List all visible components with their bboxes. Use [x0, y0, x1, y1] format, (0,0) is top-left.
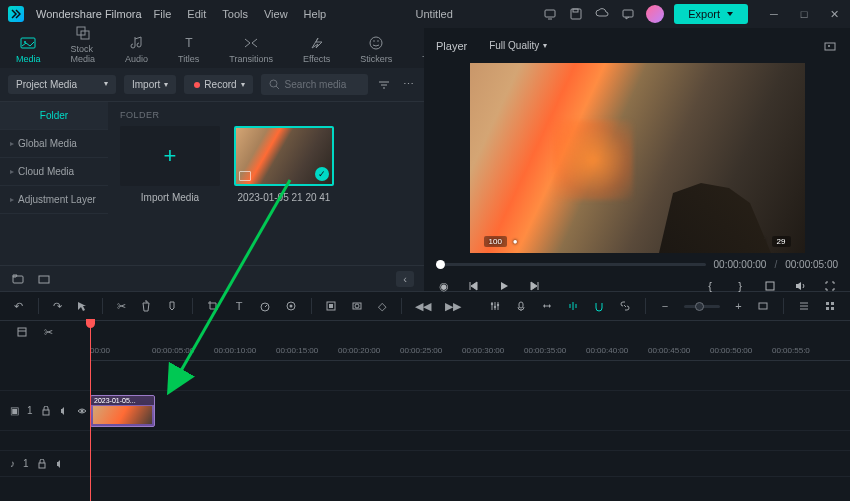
- tab-titles[interactable]: TTitles: [172, 30, 205, 68]
- preview-viewport[interactable]: 100● ▣29: [436, 63, 838, 253]
- svg-line-28: [265, 305, 267, 307]
- speed-icon[interactable]: [259, 298, 271, 314]
- message-icon[interactable]: [620, 6, 636, 22]
- menu-edit[interactable]: Edit: [187, 8, 206, 20]
- zoom-slider[interactable]: [684, 305, 720, 308]
- export-button[interactable]: Export: [674, 4, 748, 24]
- prev-kf-icon[interactable]: ◀◀: [415, 298, 431, 314]
- tab-effects[interactable]: Effects: [297, 30, 336, 68]
- svg-rect-0: [545, 10, 555, 17]
- menu-help[interactable]: Help: [304, 8, 327, 20]
- tab-stock-media[interactable]: Stock Media: [65, 20, 102, 68]
- match-cut-icon[interactable]: ✂: [40, 324, 56, 340]
- playhead[interactable]: [90, 321, 91, 501]
- sidebar-item-folder[interactable]: Folder: [0, 102, 108, 130]
- mark-out-icon[interactable]: }: [732, 278, 748, 294]
- timeline-ruler[interactable]: 00:00 00:00:05:00 00:00:10:00 00:00:15:0…: [90, 343, 850, 361]
- preview-scrubber[interactable]: [436, 263, 706, 266]
- menu-view[interactable]: View: [264, 8, 288, 20]
- next-kf-icon[interactable]: ▶▶: [445, 298, 461, 314]
- timeline-clip[interactable]: 2023-01-05...: [90, 395, 155, 427]
- collapse-sidebar-icon[interactable]: ‹: [396, 271, 414, 287]
- zoom-out-icon[interactable]: −: [660, 298, 670, 314]
- close-icon[interactable]: ✕: [826, 6, 842, 22]
- tab-media[interactable]: Media: [10, 30, 47, 68]
- mask-icon[interactable]: [351, 298, 363, 314]
- marker-icon[interactable]: [166, 298, 178, 314]
- sidebar-item-global[interactable]: ▸Global Media: [0, 130, 108, 158]
- mixer-icon[interactable]: [489, 298, 501, 314]
- volume-icon[interactable]: [792, 278, 808, 294]
- prev-frame-icon[interactable]: [466, 278, 482, 294]
- tab-transitions[interactable]: Transitions: [223, 30, 279, 68]
- audio-stretch-icon[interactable]: [541, 298, 553, 314]
- visibility-icon[interactable]: [77, 406, 87, 416]
- crop2-icon[interactable]: [207, 298, 219, 314]
- undo-icon[interactable]: ↶: [14, 298, 24, 314]
- tab-stickers[interactable]: Stickers: [354, 30, 398, 68]
- device-icon[interactable]: [542, 6, 558, 22]
- mark-in-icon[interactable]: {: [702, 278, 718, 294]
- tab-audio[interactable]: Audio: [119, 30, 154, 68]
- mute-icon[interactable]: [59, 406, 69, 416]
- delete-icon[interactable]: [140, 298, 152, 314]
- snapshot-icon[interactable]: [822, 38, 838, 54]
- duration-time: 00:00:05:00: [785, 259, 838, 270]
- video-track[interactable]: ▣ 1 2023-01-05...: [0, 391, 850, 431]
- cloud-icon[interactable]: [594, 6, 610, 22]
- audio-track-icon: ♪: [10, 458, 15, 469]
- maximize-icon[interactable]: □: [796, 6, 812, 22]
- quality-dropdown[interactable]: Full Quality▾: [481, 36, 555, 55]
- snap-icon[interactable]: [593, 298, 605, 314]
- new-folder-icon[interactable]: [10, 271, 26, 287]
- more-icon[interactable]: ⋯: [400, 77, 416, 93]
- sidebar-item-adjustment[interactable]: ▸Adjustment Layer: [0, 186, 108, 214]
- sort-icon[interactable]: [376, 77, 392, 93]
- keyframe-icon[interactable]: ◇: [377, 298, 387, 314]
- svg-point-54: [80, 409, 83, 412]
- pointer-icon[interactable]: [76, 298, 88, 314]
- track-manager-icon[interactable]: [824, 298, 836, 314]
- stop-icon[interactable]: ◉: [436, 278, 452, 294]
- color-icon[interactable]: [285, 298, 297, 314]
- media-clip[interactable]: ✓ 2023-01-05 21 20 41: [234, 126, 334, 203]
- record-dropdown[interactable]: Record▾: [184, 75, 252, 94]
- auto-ripple-icon[interactable]: [567, 298, 579, 314]
- redo-icon[interactable]: ↷: [52, 298, 62, 314]
- save-icon[interactable]: [568, 6, 584, 22]
- menu-file[interactable]: File: [154, 8, 172, 20]
- svg-text:T: T: [185, 36, 193, 50]
- svg-rect-4: [623, 10, 633, 17]
- svg-rect-41: [519, 302, 523, 308]
- lock-icon[interactable]: [37, 459, 47, 469]
- fullscreen-icon[interactable]: [822, 278, 838, 294]
- crop-icon[interactable]: [762, 278, 778, 294]
- import-media-button[interactable]: + Import Media: [120, 126, 220, 203]
- mute-icon[interactable]: [55, 459, 65, 469]
- search-input[interactable]: Search media: [261, 74, 368, 95]
- record-voiceover-icon[interactable]: [515, 298, 527, 314]
- minimize-icon[interactable]: ─: [766, 6, 782, 22]
- user-avatar[interactable]: [646, 5, 664, 23]
- folder-icon[interactable]: [36, 271, 52, 287]
- svg-point-12: [377, 40, 379, 42]
- document-title: Untitled: [338, 8, 530, 20]
- project-media-select[interactable]: Project Media ▾: [8, 75, 116, 94]
- play-icon[interactable]: [496, 278, 512, 294]
- link-icon[interactable]: [619, 298, 631, 314]
- image-icon: [239, 171, 251, 181]
- cut-icon[interactable]: ✂: [116, 298, 126, 314]
- import-dropdown[interactable]: Import▾: [124, 75, 176, 94]
- zoom-fit-icon[interactable]: [757, 298, 769, 314]
- sidebar-item-cloud[interactable]: ▸Cloud Media: [0, 158, 108, 186]
- lock-icon[interactable]: [41, 406, 51, 416]
- green-screen-icon[interactable]: [325, 298, 337, 314]
- audio-track[interactable]: ♪ 1: [0, 451, 850, 477]
- track-options-icon[interactable]: [798, 298, 810, 314]
- next-frame-icon[interactable]: [526, 278, 542, 294]
- text-icon[interactable]: T: [233, 298, 245, 314]
- timeline-menu-icon[interactable]: [14, 324, 30, 340]
- menu-tools[interactable]: Tools: [222, 8, 248, 20]
- zoom-in-icon[interactable]: +: [734, 298, 744, 314]
- clip-thumbnail: ✓: [234, 126, 334, 186]
